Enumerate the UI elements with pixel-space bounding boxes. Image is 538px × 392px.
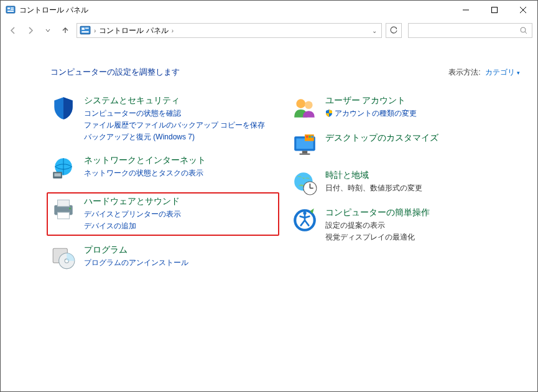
address-bar[interactable]: › コントロール パネル › ⌄ [77, 23, 382, 38]
task-link[interactable]: アカウントの種類の変更 [325, 108, 417, 119]
svg-point-25 [296, 99, 305, 108]
close-button[interactable] [509, 1, 537, 19]
task-link[interactable]: ファイル履歴でファイルのバックアップ コピーを保存 [84, 119, 265, 131]
svg-rect-4 [7, 11, 14, 12]
right-column: ユーザー アカウント アカウントの種類の変更 デスクトップのカスタマイズ 時計と… [292, 95, 521, 282]
svg-rect-33 [308, 136, 310, 138]
minimize-button[interactable] [452, 1, 480, 19]
task-link[interactable]: ネットワークの状態とタスクの表示 [84, 167, 206, 179]
category-ease-of-access: コンピューターの簡単操作 設定の提案の表示 視覚ディスプレイの最適化 [292, 207, 521, 243]
forward-button[interactable] [23, 23, 38, 38]
category-system-security: システムとセキュリティ コンピューターの状態を確認 ファイル履歴でファイルのバッ… [50, 95, 279, 144]
maximize-button[interactable] [480, 1, 509, 19]
category-network: ネットワークとインターネット ネットワークの状態とタスクの表示 [50, 155, 279, 181]
clock-globe-icon [292, 170, 318, 196]
window-title: コントロール パネル [19, 5, 452, 16]
category-title[interactable]: 時計と地域 [325, 170, 422, 181]
search-input[interactable] [412, 26, 519, 35]
svg-rect-2 [11, 7, 14, 9]
svg-point-26 [305, 101, 313, 109]
category-title[interactable]: システムとセキュリティ [84, 95, 265, 106]
svg-point-41 [303, 212, 306, 215]
task-link[interactable]: コンピューターの状態を確認 [84, 108, 265, 119]
category-clock-region: 時計と地域 日付、時刻、数値形式の変更 [292, 170, 521, 196]
category-title[interactable]: コンピューターの簡単操作 [325, 207, 430, 218]
chevron-right-icon[interactable]: › [170, 27, 175, 34]
svg-point-21 [69, 207, 71, 209]
refresh-button[interactable] [386, 23, 402, 38]
page-title: コンピューターの設定を調整します [50, 67, 180, 78]
category-title[interactable]: デスクトップのカスタマイズ [325, 133, 438, 144]
svg-rect-34 [311, 136, 313, 138]
svg-rect-11 [85, 28, 89, 29]
svg-rect-10 [81, 28, 85, 30]
category-title[interactable]: ハードウェアとサウンド [84, 196, 181, 207]
shield-icon [50, 95, 77, 121]
monitor-icon [292, 133, 318, 159]
users-icon [292, 95, 318, 121]
task-link[interactable]: デバイスとプリンターの表示 [84, 208, 181, 220]
titlebar: コントロール パネル [1, 1, 537, 19]
recent-dropdown[interactable] [40, 23, 55, 38]
svg-point-13 [521, 27, 526, 32]
svg-rect-12 [81, 31, 88, 32]
task-sub[interactable]: 設定の提案の表示 [325, 220, 430, 231]
category-title[interactable]: ユーザー アカウント [325, 95, 417, 106]
svg-rect-30 [299, 154, 310, 155]
task-sub[interactable]: 日付、時刻、数値形式の変更 [325, 182, 422, 194]
category-appearance: デスクトップのカスタマイズ [292, 133, 521, 159]
category-title[interactable]: ネットワークとインターネット [84, 155, 206, 166]
search-box[interactable] [408, 23, 532, 38]
category-title[interactable]: プログラム [84, 245, 188, 256]
globe-network-icon [50, 155, 77, 181]
disc-icon [50, 245, 77, 271]
svg-rect-32 [306, 136, 308, 138]
control-panel-icon [80, 25, 91, 36]
category-hardware-sound: ハードウェアとサウンド デバイスとプリンターの表示 デバイスの追加 [47, 192, 279, 236]
svg-rect-29 [302, 151, 307, 153]
svg-rect-9 [80, 26, 90, 34]
ease-of-access-icon [292, 207, 318, 233]
left-column: システムとセキュリティ コンピューターの状態を確認 ファイル履歴でファイルのバッ… [50, 95, 279, 282]
address-dropdown[interactable]: ⌄ [369, 27, 380, 34]
svg-rect-17 [54, 173, 61, 176]
uac-shield-icon [325, 109, 333, 116]
up-button[interactable] [58, 23, 73, 38]
search-icon [519, 26, 528, 35]
content-area: コンピューターの設定を調整します 表示方法: カテゴリ システムとセキュリティ … [1, 42, 537, 282]
svg-rect-6 [492, 7, 498, 13]
svg-rect-3 [11, 9, 14, 11]
svg-line-14 [525, 32, 527, 34]
task-link[interactable]: プログラムのアンインストール [84, 257, 188, 269]
task-link[interactable]: デバイスの追加 [84, 220, 181, 232]
svg-rect-20 [58, 212, 70, 219]
chevron-right-icon[interactable]: › [92, 27, 98, 34]
svg-rect-19 [58, 200, 70, 207]
breadcrumb-item[interactable]: コントロール パネル [98, 26, 169, 36]
navigation-bar: › コントロール パネル › ⌄ [1, 19, 537, 42]
task-link[interactable]: バックアップと復元 (Windows 7) [84, 131, 265, 143]
svg-rect-1 [7, 7, 10, 9]
category-programs: プログラム プログラムのアンインストール [50, 245, 279, 271]
back-button[interactable] [6, 23, 21, 38]
viewby-label: 表示方法: [448, 67, 480, 78]
viewby-dropdown[interactable]: カテゴリ [485, 67, 520, 78]
task-sub[interactable]: 視覚ディスプレイの最適化 [325, 231, 430, 243]
control-panel-icon [6, 5, 16, 15]
printer-icon [50, 196, 77, 222]
category-user-accounts: ユーザー アカウント アカウントの種類の変更 [292, 95, 521, 121]
